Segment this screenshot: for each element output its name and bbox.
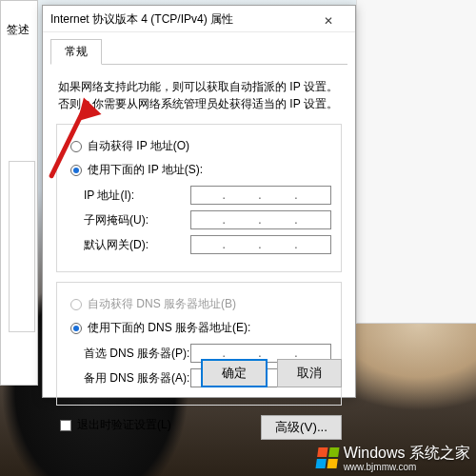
dialog-title: Internet 协议版本 4 (TCP/IPv4) 属性 — [50, 6, 309, 32]
tab-pane: 如果网络支持此功能，则可以获取自动指派的 IP 设置。否则，你需要从网络系统管理… — [43, 65, 355, 449]
ip-address-input[interactable]: ... — [190, 186, 331, 205]
subnet-mask-input[interactable]: ... — [190, 210, 331, 229]
field-default-gateway: 默认网关(D): ... — [84, 235, 331, 254]
checkbox-label: 退出时验证设置(L) — [77, 417, 171, 433]
radio-icon — [70, 323, 82, 334]
field-label: 默认网关(D): — [84, 237, 190, 253]
dialog-buttons: 确定 取消 — [201, 359, 342, 387]
close-button[interactable]: ✕ — [309, 8, 347, 30]
background-window-right — [356, 0, 476, 324]
radio-ip-manual[interactable]: 使用下面的 IP 地址(S): — [70, 162, 331, 178]
ipv4-properties-dialog: Internet 协议版本 4 (TCP/IPv4) 属性 ✕ 常规 如果网络支… — [42, 5, 356, 398]
radio-icon — [70, 165, 82, 176]
background-dialog: 签述 — [0, 0, 38, 386]
watermark-main: Windows 系统之家 — [344, 445, 470, 461]
watermark: Windows 系统之家 www.bjmmw.com — [317, 444, 470, 472]
titlebar: Internet 协议版本 4 (TCP/IPv4) 属性 ✕ — [43, 6, 355, 32]
background-dialog-inner — [9, 161, 35, 332]
tab-general[interactable]: 常规 — [50, 39, 102, 65]
radio-ip-auto[interactable]: 自动获得 IP 地址(O) — [70, 138, 331, 154]
field-label: 首选 DNS 服务器(P): — [84, 346, 190, 362]
checkbox-icon — [60, 420, 71, 431]
radio-label: 使用下面的 DNS 服务器地址(E): — [88, 320, 250, 336]
field-label: 子网掩码(U): — [84, 212, 190, 228]
radio-label: 自动获得 DNS 服务器地址(B) — [88, 296, 236, 312]
background-dialog-label: 签述 — [7, 22, 35, 38]
default-gateway-input[interactable]: ... — [190, 235, 331, 254]
radio-dns-auto: 自动获得 DNS 服务器地址(B) — [70, 296, 331, 312]
field-label: 备用 DNS 服务器(A): — [84, 370, 190, 387]
bottom-row: 退出时验证设置(L) 高级(V)... — [56, 415, 342, 440]
cancel-button[interactable]: 取消 — [277, 359, 342, 387]
radio-icon — [70, 141, 82, 152]
tab-row: 常规 — [50, 38, 347, 65]
field-label: IP 地址(I): — [84, 188, 190, 204]
field-subnet-mask: 子网掩码(U): ... — [84, 210, 331, 229]
watermark-text: Windows 系统之家 www.bjmmw.com — [344, 444, 470, 472]
radio-dns-manual[interactable]: 使用下面的 DNS 服务器地址(E): — [70, 320, 331, 336]
radio-label: 使用下面的 IP 地址(S): — [88, 162, 203, 178]
description-text: 如果网络支持此功能，则可以获取自动指派的 IP 设置。否则，你需要从网络系统管理… — [58, 78, 340, 112]
ip-group: 自动获得 IP 地址(O) 使用下面的 IP 地址(S): IP 地址(I): … — [56, 124, 342, 272]
ok-button[interactable]: 确定 — [201, 359, 268, 387]
radio-icon — [70, 299, 82, 310]
field-ip-address: IP 地址(I): ... — [84, 186, 331, 205]
advanced-button[interactable]: 高级(V)... — [261, 415, 342, 440]
watermark-sub: www.bjmmw.com — [344, 462, 470, 472]
radio-label: 自动获得 IP 地址(O) — [88, 138, 189, 154]
windows-logo-icon — [315, 447, 339, 468]
validate-checkbox-row[interactable]: 退出时验证设置(L) — [60, 417, 171, 433]
